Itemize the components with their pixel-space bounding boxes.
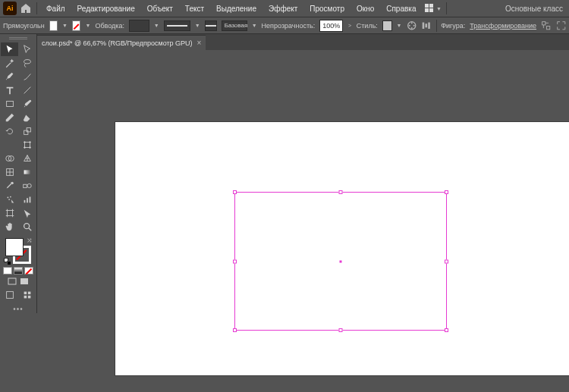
fill-dropdown[interactable]: ▼ [62, 20, 68, 31]
menu-object[interactable]: Объект [143, 2, 178, 15]
expand-icon[interactable] [556, 18, 566, 33]
canvas-area[interactable] [37, 50, 569, 392]
workspace-label[interactable]: Основные класс [502, 5, 566, 13]
isolate-icon[interactable] [541, 18, 551, 33]
rectangle-tool[interactable] [1, 97, 18, 111]
recolor-icon[interactable] [407, 18, 417, 33]
svg-rect-41 [27, 292, 30, 295]
type-tool[interactable] [1, 83, 18, 97]
menu-select[interactable]: Выделение [212, 2, 261, 15]
transform-link[interactable]: Трансформирование [470, 22, 536, 30]
menu-type[interactable]: Текст [181, 2, 209, 15]
zoom-tool[interactable] [18, 220, 36, 234]
resize-handle-r[interactable] [445, 259, 448, 263]
svg-rect-11 [428, 22, 430, 28]
resize-handle-t[interactable] [339, 190, 343, 194]
symbol-sprayer-tool[interactable] [1, 193, 18, 206]
align-icon[interactable] [421, 18, 431, 33]
gradient-tool[interactable] [18, 165, 36, 179]
svg-rect-34 [29, 197, 30, 203]
resize-handle-b[interactable] [339, 328, 343, 332]
document-tab[interactable]: слои.psd* @ 66,67% (RGB/Предпросмотр GPU… [37, 35, 206, 50]
opacity-input[interactable]: 100% [319, 20, 343, 32]
screen-mode-normal[interactable] [7, 276, 17, 287]
svg-rect-1 [429, 4, 433, 8]
resize-handle-bl[interactable] [233, 328, 237, 332]
brush-style[interactable]: Базовая [222, 20, 247, 31]
toolbox-grip[interactable] [3, 36, 33, 41]
artboard-tool[interactable] [1, 206, 18, 220]
screen-mode-full[interactable] [19, 276, 30, 287]
resize-handle-br[interactable] [445, 328, 448, 332]
pen-tool[interactable] [1, 70, 18, 83]
center-point[interactable] [340, 260, 342, 262]
more-tools-icon[interactable]: ••• [11, 305, 26, 313]
stroke-dropdown[interactable]: ▼ [85, 20, 90, 31]
resize-handle-tl[interactable] [233, 190, 237, 194]
svg-rect-13 [547, 26, 550, 29]
direct-selection-tool[interactable] [18, 42, 36, 56]
eyedropper-tool[interactable] [1, 179, 18, 193]
resize-handle-tr[interactable] [445, 190, 448, 194]
rotate-tool[interactable] [1, 124, 18, 138]
slice-tool[interactable] [18, 206, 36, 220]
menu-help[interactable]: Справка [382, 2, 420, 15]
stroke-weight-input[interactable] [129, 20, 149, 32]
perspective-tool[interactable] [18, 152, 36, 165]
stroke-swatch[interactable] [72, 20, 80, 31]
color-mode-solid[interactable] [3, 267, 12, 274]
resize-handle-l[interactable] [233, 259, 237, 263]
svg-point-8 [408, 24, 410, 26]
menu-window[interactable]: Окно [352, 2, 379, 15]
default-colors-icon[interactable] [4, 258, 11, 265]
lasso-tool[interactable] [18, 56, 36, 70]
color-mode-none[interactable] [24, 267, 33, 274]
svg-point-28 [27, 183, 31, 187]
pencil-tool[interactable] [1, 111, 18, 124]
svg-rect-37 [8, 278, 16, 284]
color-mode-gradient[interactable] [14, 267, 23, 274]
menu-bar: Ai Файл Редактирование Объект Текст Выде… [0, 0, 569, 17]
curvature-tool[interactable] [18, 70, 36, 83]
svg-rect-39 [6, 292, 13, 299]
menu-view[interactable]: Просмотр [305, 2, 349, 15]
width-tool[interactable] [1, 138, 18, 152]
edit-toolbar-icon[interactable] [18, 288, 36, 302]
svg-point-20 [29, 142, 30, 143]
shape-builder-tool[interactable] [1, 152, 18, 165]
mesh-tool[interactable] [1, 165, 18, 179]
selection-tool[interactable] [1, 42, 18, 56]
stroke-profile[interactable] [164, 20, 190, 31]
free-transform-tool[interactable] [18, 138, 36, 152]
eraser-tool[interactable] [18, 111, 36, 124]
paintbrush-tool[interactable] [18, 97, 36, 111]
fill-stroke-control[interactable]: ⤭ [4, 237, 33, 265]
graph-tool[interactable] [18, 193, 36, 206]
svg-rect-40 [24, 292, 27, 295]
svg-point-6 [413, 24, 414, 26]
menu-effect[interactable]: Эффект [264, 2, 302, 15]
blend-tool[interactable] [18, 179, 36, 193]
selected-rectangle[interactable] [234, 192, 447, 331]
menu-file[interactable]: Файл [42, 2, 70, 15]
swap-colors-icon[interactable]: ⤭ [27, 237, 33, 244]
windows-icon[interactable]: ▼ [425, 3, 442, 14]
scale-tool[interactable] [18, 124, 36, 138]
draw-mode[interactable] [1, 288, 18, 302]
svg-rect-12 [542, 21, 545, 24]
home-icon[interactable] [20, 2, 32, 14]
svg-point-31 [8, 199, 10, 200]
hand-tool[interactable] [1, 220, 18, 234]
magic-wand-tool[interactable] [1, 56, 18, 70]
line-tool[interactable] [18, 83, 36, 97]
tab-title: слои.psd* @ 66,67% (RGB/Предпросмотр GPU… [42, 39, 193, 47]
svg-point-36 [24, 224, 29, 229]
menu-edit[interactable]: Редактирование [73, 2, 140, 15]
graphic-style-swatch[interactable] [382, 20, 392, 31]
fill-color[interactable] [5, 238, 24, 256]
svg-rect-0 [425, 4, 429, 8]
svg-point-29 [7, 197, 8, 199]
svg-rect-18 [24, 143, 30, 148]
fill-swatch[interactable] [49, 20, 58, 31]
close-icon[interactable]: × [197, 39, 202, 47]
